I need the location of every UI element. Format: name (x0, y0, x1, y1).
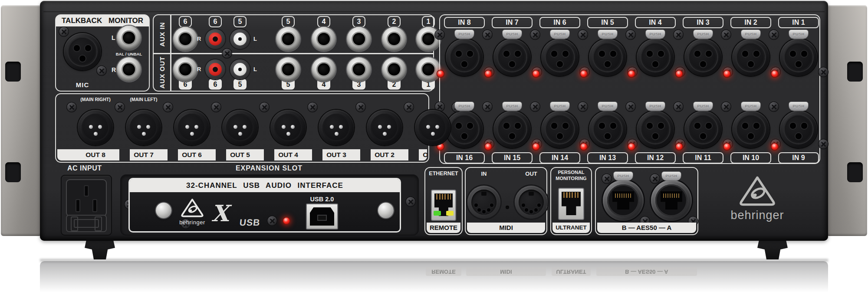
xlr-pin (243, 125, 247, 129)
screw (674, 30, 683, 39)
monitor-left-jack (117, 26, 141, 50)
usb-b-port (306, 203, 338, 229)
screw (531, 30, 540, 39)
aes50-a-push-tab: PUSH (661, 171, 681, 181)
label-strip-gap (216, 149, 226, 161)
input-signal-led (533, 144, 539, 150)
top-seam (43, 11, 825, 12)
input-xlr-in12 (637, 111, 674, 148)
screw (769, 102, 779, 111)
input-xlr-in5 (589, 39, 626, 76)
xlr-push-tab: PUSH (645, 102, 665, 111)
output-xlr-out2 (367, 110, 402, 145)
xlr-face (785, 43, 812, 71)
behringer-triangle-logo-small (180, 198, 204, 218)
aux-in-jack-3 (347, 27, 371, 51)
rack-ear-hole (5, 162, 21, 182)
input-channel-badge: IN 9 (778, 152, 819, 164)
xlr-face (226, 114, 254, 141)
output-xlr-out7 (126, 110, 161, 145)
input-xlr-in14 (541, 111, 579, 148)
screw (602, 174, 612, 184)
input-signal-led (772, 71, 778, 77)
input-channel-badge: IN 5 (587, 17, 628, 28)
input-signal-led (581, 71, 587, 77)
xlr-pin-hole (456, 123, 462, 129)
xlr-pin-hole (562, 123, 569, 129)
xlr-pin-hole (753, 123, 760, 129)
ultranet-strip: ULTRANET (552, 223, 590, 233)
screw (626, 30, 635, 39)
xlr-pin-hole (742, 123, 748, 129)
label-strip-gap (312, 149, 322, 161)
xlr-pin-hole (706, 51, 712, 57)
xlr-pin-hole (79, 56, 85, 62)
xlr-face (498, 115, 526, 143)
xlr-pin (190, 132, 194, 136)
midi-out-label: OUT (525, 170, 537, 177)
rack-ear-left (1, 5, 42, 236)
xlr-push-tab: PUSH (693, 102, 713, 111)
xlr-push-tab: PUSH (598, 30, 618, 39)
din-face (471, 190, 496, 215)
xlr-pin (238, 132, 242, 136)
midi-out-din-port (515, 186, 548, 219)
iec-pin (76, 200, 79, 211)
aux-out-jack-3 (347, 57, 371, 82)
xusb-logo-x: X (211, 200, 229, 226)
ac-power-inlet (61, 175, 112, 236)
iec-recess (66, 179, 107, 216)
aux-in-channel-badge: 4 (317, 16, 330, 27)
xlr-face (498, 43, 526, 71)
din-notch (529, 192, 534, 196)
ultranet-rj45-port (558, 188, 584, 220)
xlr-pin (94, 132, 98, 136)
aes50-b-ethercon-port (603, 180, 644, 221)
talkback-mic-xlr-input (64, 33, 101, 70)
xlr-face (371, 114, 398, 141)
output-channel-label: OUT 6 (182, 151, 202, 159)
input-signal-led (772, 144, 778, 150)
expansion-slot-label: EXPANSION SLOT (236, 164, 302, 172)
xlr-pin (426, 125, 430, 129)
outputs-labels: OUT 8OUT 7OUT 6OUT 5OUT 4OUT 3OUT 2OUT 1 (57, 149, 427, 161)
xlr-pin-hole (503, 51, 510, 57)
xlr-pin-hole (461, 133, 467, 139)
xlr-face (450, 43, 478, 71)
ethernet-label: ETHERNET (429, 170, 458, 177)
screw (59, 27, 69, 36)
input-channel-badge: IN 4 (635, 17, 676, 28)
label-strip-gap (408, 149, 419, 161)
aux-in-jack-6 (173, 27, 197, 51)
xlr-push-tab: PUSH (454, 30, 474, 39)
xlr-push-tab: PUSH (502, 30, 522, 39)
xlr-pin-hole (557, 133, 563, 139)
screw (483, 30, 492, 39)
screw (406, 197, 415, 206)
input-xlr-in8 (446, 39, 483, 76)
ethernet-yellow-led (446, 211, 454, 216)
xlr-pin-hole (562, 51, 569, 57)
xlr-push-tab: PUSH (502, 102, 522, 111)
remote-section: ETHERNET REMOTE (424, 167, 463, 235)
xlr-pin-hole (509, 61, 515, 67)
usb-version-label: USB 2.0 (310, 196, 334, 203)
chassis-rear-panel: TALKBACK MONITOR MIC L BAL / UNBAL R (40, 1, 828, 241)
xlr-push-tab: PUSH (550, 102, 570, 111)
xlr-pin-hole (748, 133, 754, 139)
behringer-wordmark-small: behringer (179, 219, 205, 226)
ultranet-section: PERSONAL MONITORING ULTRANET (550, 167, 592, 235)
thumbscrew (378, 203, 394, 218)
screw (223, 49, 232, 58)
output-channel-label: OUT 4 (278, 151, 298, 159)
din-notch (481, 192, 487, 196)
xlr-pin-hole (515, 123, 521, 129)
monitor-title: MONITOR (108, 15, 143, 26)
talkback-monitor-section: TALKBACK MONITOR MIC L BAL / UNBAL R (55, 14, 150, 92)
xlr-face (130, 114, 158, 141)
xlr-pin-hole (748, 61, 754, 67)
label-strip-gap (168, 149, 178, 161)
aux-out-jack-1 (416, 57, 441, 82)
aes50-b-push-tab: PUSH (613, 171, 633, 181)
output-channel-label: OUT 7 (134, 151, 154, 159)
